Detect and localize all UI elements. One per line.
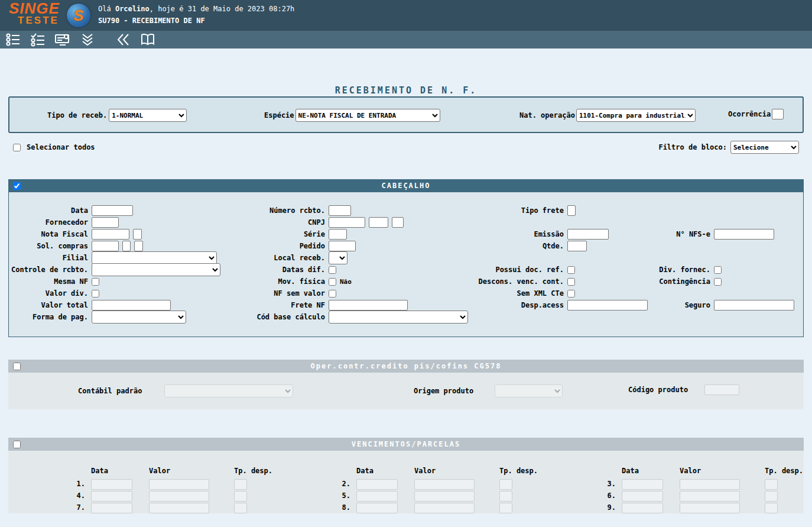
filtro-bloco-group: Filtro de bloco: Selecione [658,141,799,154]
venc-6-valor-input [680,491,740,502]
user-name: Orcelino [115,5,150,13]
vencimentos-title: VENCIMENTOS/PARCELAS [8,440,804,448]
forma-pag-select[interactable] [92,311,186,324]
venc-row-3: 7. 8. 9. [8,502,804,513]
program-title: SU790 - RECEBIMENTO DE NF [98,17,205,25]
nota-fiscal-label: Nota Fiscal [9,230,92,238]
especie-group: Espécie NE-NOTA FISCAL DE ENTRADA [264,109,440,122]
oper-contr-title: Oper.contr.credito pis/cofins CG578 [8,362,804,370]
logo-globe-icon: S [67,4,90,27]
valor-div-checkbox[interactable] [92,290,99,298]
venc-column-headers: Data Valor Tp. desp. Data Valor Tp. desp… [8,465,804,477]
venc-tpdesp-header-3: Tp. desp. [765,467,778,475]
double-chevron-left-icon[interactable] [115,33,131,47]
tipo-receb-select[interactable]: 1-NORMAL [109,109,187,122]
serie-input[interactable] [329,229,347,240]
cabecalho-checkbox[interactable] [13,182,21,190]
sol-compras-input[interactable] [92,241,119,251]
filial-select[interactable] [92,251,217,264]
cod-base-calculo-label: Cód base cálculo [225,313,329,321]
qtde-input[interactable] [567,241,587,251]
local-receb-select[interactable] [329,251,347,264]
venc-1-valor-input [149,479,209,490]
venc-data-header-2: Data [356,467,398,475]
sol-compras-input-2[interactable] [122,241,131,251]
sem-xml-cte-checkbox[interactable] [567,290,575,298]
contabil-padrao-select [164,384,293,397]
fornecedor-input[interactable] [92,217,119,228]
cab-row-3: Nota Fiscal Série Emissão N° NFS-e [9,228,803,240]
data-label: Data [9,206,92,215]
list-menu-icon[interactable] [5,33,21,47]
venc-tpdesp-header-2: Tp. desp. [499,467,512,475]
oper-contr-checkbox[interactable] [13,363,21,370]
contingencia-checkbox[interactable] [714,278,722,286]
desp-acess-input[interactable] [567,300,648,311]
sol-compras-label: Sol. compras [9,242,92,250]
ocorrencia-input[interactable] [772,109,784,119]
cab-row-10: Forma de pag. Cód base cálculo [9,311,803,323]
forma-pag-label: Forma de pag. [9,313,92,321]
emissao-input[interactable] [567,229,609,240]
tipo-receb-label: Tipo de receb. [47,111,107,119]
venc-4-tpdesp-input [234,491,247,502]
venc-8-valor-input [414,503,475,513]
venc-7-valor-input [149,503,209,513]
select-all-checkbox[interactable] [13,144,21,151]
venc-row-2: 4. 5. 6. [8,490,804,502]
filtro-bloco-select[interactable]: Selecione [730,141,799,154]
especie-select[interactable]: NE-NOTA FISCAL DE ENTRADA [295,109,440,122]
valor-total-label: Valor total [9,301,92,309]
logo-badge-letter: S [73,7,83,25]
double-chevron-down-icon[interactable] [79,33,96,47]
cod-base-calculo-select[interactable] [329,311,468,324]
frete-nf-input[interactable] [329,300,408,311]
cabecalho-header: CABEÇALHO [8,179,804,192]
mesma-nf-checkbox[interactable] [92,278,99,286]
data-input[interactable] [92,205,133,216]
venc-item-number: 5. [247,492,356,500]
tipo-frete-input[interactable] [567,205,576,216]
local-receb-label: Local receb. [225,254,329,262]
oper-contr-header: Oper.contr.credito pis/cofins CG578 [8,360,804,373]
book-icon[interactable] [139,33,156,47]
nat-operacao-select[interactable]: 1101-Compra para industrializacao [576,109,696,122]
seguro-input[interactable] [714,300,794,311]
fornecedor-label: Fornecedor [9,218,92,227]
cnpj-input-1[interactable] [329,217,365,228]
qtde-label: Qtde. [459,242,567,250]
pedido-input[interactable] [329,241,356,251]
contingencia-label: Contingência [657,277,714,286]
nfse-input[interactable] [714,229,774,240]
codigo-produto-input [704,384,739,395]
numero-rcbto-input[interactable] [329,205,351,216]
contabil-padrao-label: Contábil padrão [78,387,142,395]
venc-valor-header-1: Valor [149,467,209,475]
sol-compras-input-3[interactable] [134,241,143,251]
descons-venc-checkbox[interactable] [567,278,575,286]
tipo-receb-group: Tipo de receb. 1-NORMAL [47,109,187,122]
cnpj-input-2[interactable] [369,217,388,228]
venc-item-number: 3. [512,480,622,488]
mov-fisica-label: Mov. física [225,277,329,286]
div-fornec-checkbox[interactable] [714,266,722,274]
controle-rcbto-label: Controle de rcbto. [9,266,92,274]
nota-fiscal-digit-input[interactable] [133,229,142,240]
logo-text-teste: TESTE [13,15,64,26]
oper-contr-section: Oper.contr.credito pis/cofins CG578 Cont… [8,360,804,409]
cnpj-input-3[interactable] [392,217,404,228]
venc-4-data-input [91,491,132,502]
datas-dif-checkbox[interactable] [329,266,336,274]
mov-fisica-checkbox[interactable] [329,278,336,286]
controle-rcbto-select[interactable] [92,263,220,276]
mesma-nf-label: Mesma NF [9,277,92,286]
monitor-search-icon[interactable] [54,33,71,47]
valor-total-input[interactable] [92,300,171,311]
checklist-icon[interactable] [30,33,46,47]
nf-sem-valor-checkbox[interactable] [329,290,336,298]
venc-7-data-input [91,503,132,513]
vencimentos-checkbox[interactable] [13,441,21,448]
nota-fiscal-input[interactable] [92,229,129,240]
possui-doc-ref-checkbox[interactable] [567,266,575,274]
venc-5-valor-input [414,491,475,502]
